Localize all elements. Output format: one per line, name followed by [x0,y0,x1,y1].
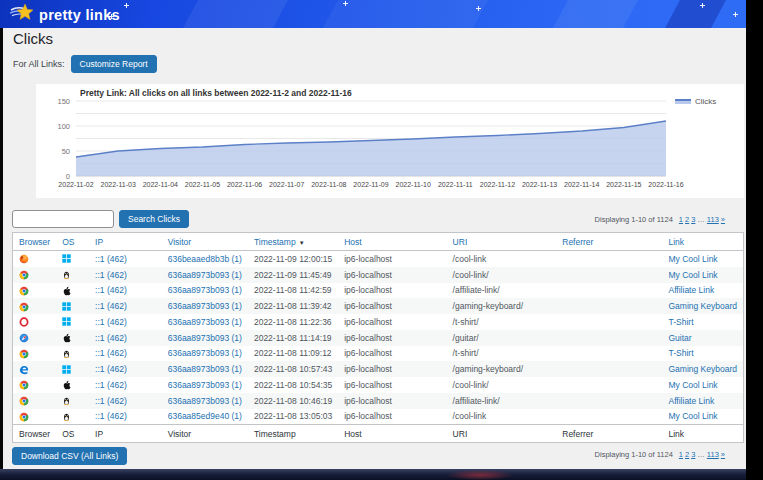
column-header-timestamp[interactable]: Timestamp▼ [248,233,338,251]
click-row: ::1 (462)636aa8973b093 (1)2022-11-08 11:… [13,298,744,314]
windows-icon [62,317,72,327]
os-cell [56,298,89,314]
link-cell[interactable]: My Cool Link [662,409,743,425]
pagination-page-link[interactable]: » [721,450,725,459]
uri-cell: /gaming-keyboard/ [447,298,557,314]
visitor-cell[interactable]: 636aa8973b093 (1) [162,377,248,393]
linux-icon [62,412,72,422]
visitor-cell[interactable]: 636aa8973b093 (1) [162,346,248,362]
link-cell[interactable]: Guitar [662,330,743,346]
ip-cell[interactable]: ::1 (462) [89,314,162,330]
clicks-chart-card: Pretty Link: All clicks on all links bet… [36,84,744,198]
ip-cell[interactable]: ::1 (462) [89,267,162,283]
screen-edge-right [746,0,763,480]
timestamp-cell: 2022-11-08 11:09:12 [248,346,338,362]
column-header-link[interactable]: Link [662,233,743,251]
visitor-cell[interactable]: 636aa8973b093 (1) [162,361,248,377]
ip-cell[interactable]: ::1 (462) [89,283,162,299]
host-cell: ip6-localhost [338,314,446,330]
host-cell: ip6-localhost [338,330,446,346]
search-input[interactable] [12,210,114,228]
link-cell[interactable]: T-Shirt [662,346,743,362]
ip-cell[interactable]: ::1 (462) [89,393,162,409]
pagination-page-link[interactable]: 3 [691,450,695,459]
visitor-cell[interactable]: 636beaaed8b3b (1) [162,251,248,267]
uri-cell: /t-shirt/ [447,346,557,362]
pagination-page-link[interactable]: 113 [707,215,719,224]
pagination-page-link[interactable]: 3 [691,215,695,224]
host-cell: ip6-localhost [338,283,446,299]
link-cell[interactable]: My Cool Link [662,251,743,267]
uri-cell: /cool-link [447,251,557,267]
ip-cell[interactable]: ::1 (462) [89,330,162,346]
link-cell[interactable]: T-Shirt [662,314,743,330]
uri-cell: /gaming-keyboard/ [447,361,557,377]
browser-cell [13,346,57,362]
link-cell[interactable]: My Cool Link [662,267,743,283]
pagination-page-link[interactable]: » [721,215,725,224]
search-row: Search Clicks [12,210,189,228]
ip-cell[interactable]: ::1 (462) [89,361,162,377]
link-cell[interactable]: Gaming Keyboard [662,298,743,314]
column-header-referrer[interactable]: Referrer [556,233,662,251]
search-clicks-button[interactable]: Search Clicks [119,210,189,228]
referrer-cell [556,377,662,393]
pagination-links: 123…113» [677,215,725,224]
pagination-top: Displaying 1-10 of 1124123…113» [595,215,725,224]
pagination-page-link[interactable]: 2 [685,450,689,459]
visitor-cell[interactable]: 636aa8973b093 (1) [162,283,248,299]
browser-cell [13,283,57,299]
screen-edge-left [0,28,3,469]
column-header-browser[interactable]: Browser [13,233,57,251]
host-cell: ip6-localhost [338,393,446,409]
chart-legend: Clicks [675,97,716,106]
pagination-ellipsis: … [697,215,705,224]
visitor-cell[interactable]: 636aa85ed9e40 (1) [162,409,248,425]
uri-cell: /t-shirt/ [447,314,557,330]
visitor-cell[interactable]: 636aa8973b093 (1) [162,298,248,314]
column-header-os[interactable]: OS [56,233,89,251]
uri-cell: /affiliate-link/ [447,393,557,409]
link-cell[interactable]: Gaming Keyboard [662,361,743,377]
os-cell [56,361,89,377]
ip-cell[interactable]: ::1 (462) [89,251,162,267]
link-cell[interactable]: Affiliate Link [662,283,743,299]
host-cell: ip6-localhost [338,267,446,283]
pagination-page-link[interactable]: 2 [685,215,689,224]
ip-cell[interactable]: ::1 (462) [89,377,162,393]
browser-cell [13,393,57,409]
visitor-cell[interactable]: 636aa8973b093 (1) [162,267,248,283]
download-csv-button[interactable]: Download CSV (All Links) [12,447,127,465]
column-header-visitor[interactable]: Visitor [162,233,248,251]
pagination-summary: Displaying 1-10 of 1124 [595,450,673,459]
timestamp-cell: 2022-11-08 11:22:36 [248,314,338,330]
safari-icon [19,333,29,343]
visitor-cell[interactable]: 636aa8973b093 (1) [162,393,248,409]
column-header-link: Link [662,425,743,443]
linux-icon [62,349,72,359]
link-cell[interactable]: Affiliate Link [662,393,743,409]
column-header-uri[interactable]: URI [447,233,557,251]
pagination-page-link[interactable]: 113 [707,450,719,459]
opera-icon [19,317,29,327]
referrer-cell [556,346,662,362]
host-cell: ip6-localhost [338,409,446,425]
visitor-cell[interactable]: 636aa8973b093 (1) [162,330,248,346]
timestamp-cell: 2022-11-08 10:46:19 [248,393,338,409]
link-cell[interactable]: My Cool Link [662,377,743,393]
pagination-page-link[interactable]: 1 [679,450,683,459]
column-header-host[interactable]: Host [338,233,446,251]
pagination-page-link[interactable]: 1 [679,215,683,224]
ip-cell[interactable]: ::1 (462) [89,346,162,362]
browser-cell [13,361,57,377]
visitor-cell[interactable]: 636aa8973b093 (1) [162,314,248,330]
pagination-bottom: Displaying 1-10 of 1124123…113» [595,450,725,459]
uri-cell: /affiliate-link/ [447,283,557,299]
ip-cell[interactable]: ::1 (462) [89,298,162,314]
banner-streak [547,0,644,28]
chrome-icon [19,380,29,390]
ip-cell[interactable]: ::1 (462) [89,409,162,425]
column-header-ip[interactable]: IP [89,233,162,251]
customize-report-button[interactable]: Customize Report [71,55,157,73]
os-cell [56,409,89,425]
